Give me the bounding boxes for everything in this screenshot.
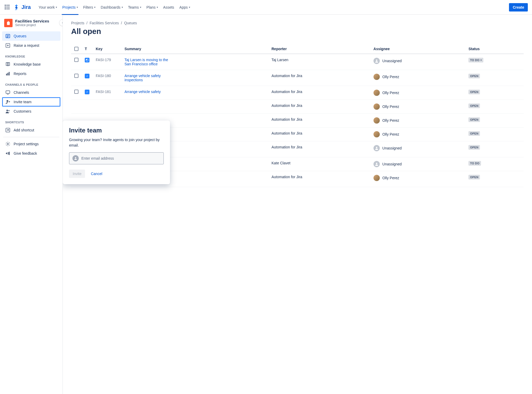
nav-teams[interactable]: Teams▾ [126, 0, 144, 15]
issue-summary[interactable]: Arrange vehicle safety inspections [124, 74, 172, 82]
section-shortcuts: SHORTCUTS [2, 116, 60, 125]
create-button[interactable]: Create [509, 3, 528, 11]
nav-your-work[interactable]: Your work▾ [36, 0, 60, 15]
nav-assets[interactable]: Assets [161, 0, 177, 15]
plus-box-icon [5, 43, 10, 48]
col-assignee[interactable]: Assignee [370, 44, 465, 54]
issue-summary[interactable]: Taj Larsen is moving to the San Francisc… [124, 58, 172, 66]
status-badge[interactable]: TO DO [468, 161, 481, 166]
col-summary[interactable]: Summary [121, 44, 268, 54]
issue-assignee[interactable]: Olly Perez [373, 117, 462, 124]
status-badge[interactable]: OPEN [468, 103, 480, 108]
sidebar-item-channels[interactable]: Channels [2, 88, 60, 97]
issue-type-icon [85, 90, 89, 94]
issue-assignee[interactable]: Olly Perez [373, 74, 462, 80]
breadcrumb-item[interactable]: Facilities Services [89, 21, 119, 25]
breadcrumb-item[interactable]: Projects [71, 21, 84, 25]
cancel-button[interactable]: Cancel [87, 170, 106, 178]
row-checkbox[interactable] [74, 90, 78, 94]
select-all-checkbox[interactable] [74, 47, 78, 51]
chevron-down-icon: ▾ [94, 6, 95, 9]
project-header[interactable]: Facilities Services Service project [2, 19, 60, 31]
sidebar-item-customers[interactable]: Customers [2, 107, 60, 116]
avatar [373, 161, 380, 167]
status-badge[interactable]: OPEN [468, 145, 480, 150]
issue-assignee[interactable]: Olly Perez [373, 131, 462, 137]
nav-projects[interactable]: Projects▾ [60, 0, 81, 15]
avatar [373, 131, 380, 137]
jira-logo[interactable]: Jira [14, 4, 31, 10]
issue-reporter: Automation for Jira [271, 145, 305, 149]
chevron-down-icon: ▾ [157, 6, 158, 9]
col-status[interactable]: Status [465, 44, 524, 54]
svg-rect-10 [6, 91, 10, 93]
sidebar-item-project-settings[interactable]: Project settings [2, 139, 60, 149]
email-input-wrapper[interactable] [69, 152, 164, 164]
issue-key[interactable]: FASI-179 [93, 54, 121, 70]
sidebar-item-label: Knowledge base [14, 62, 41, 66]
avatar [373, 175, 380, 181]
issue-type-icon [85, 58, 89, 62]
issue-key[interactable] [93, 100, 121, 114]
svg-point-12 [7, 100, 8, 102]
status-badge[interactable]: OPEN [468, 175, 480, 179]
nav-apps[interactable]: Apps▾ [177, 0, 193, 15]
issue-assignee[interactable]: Unassigned [373, 58, 462, 64]
table-row: FASI-180 Arrange vehicle safety inspecti… [71, 70, 524, 86]
sidebar-item-add-shortcut[interactable]: Add shortcut [2, 125, 60, 135]
status-badge[interactable]: OPEN [468, 90, 480, 94]
svg-point-18 [7, 143, 9, 145]
issue-assignee[interactable]: Unassigned [373, 161, 462, 167]
issue-assignee[interactable]: Olly Perez [373, 175, 462, 181]
status-badge[interactable]: OPEN [468, 131, 480, 136]
breadcrumb-item[interactable]: Queues [124, 21, 137, 25]
issue-reporter: Automation for Jira [271, 117, 305, 121]
col-key[interactable]: Key [93, 44, 121, 54]
chevron-down-icon: ▾ [480, 59, 482, 61]
main-content: Projects / Facilities Services / Queues … [63, 15, 532, 394]
email-input[interactable] [81, 156, 160, 160]
issue-summary[interactable]: Arrange vehicle safety [124, 90, 172, 94]
issue-assignee[interactable]: Olly Perez [373, 103, 462, 110]
sidebar-item-knowledge-base[interactable]: Knowledge base [2, 60, 60, 69]
status-badge[interactable]: OPEN [468, 117, 480, 122]
people-icon [5, 109, 10, 114]
svg-point-26 [75, 157, 76, 158]
issue-reporter: Automation for Jira [271, 74, 305, 78]
status-badge[interactable]: OPEN [468, 74, 480, 78]
table-row: FASI-181 Arrange vehicle safety Automati… [71, 86, 524, 100]
app-switcher-icon[interactable] [4, 4, 10, 10]
avatar [373, 74, 380, 80]
issue-key[interactable]: FASI-181 [93, 86, 121, 100]
sidebar-item-label: Queues [14, 34, 26, 38]
sidebar-item-invite-team[interactable]: Invite team [2, 97, 60, 107]
issue-assignee[interactable]: Unassigned [373, 145, 462, 151]
project-name: Facilities Services [15, 19, 49, 23]
issue-reporter: Taj Larsen [271, 58, 305, 62]
status-badge[interactable]: TO DO▾ [468, 58, 483, 62]
issue-key[interactable]: FASI-180 [93, 70, 121, 86]
col-type[interactable]: T [82, 44, 93, 54]
nav-dashboards[interactable]: Dashboards▾ [98, 0, 126, 15]
sidebar-item-label: Add shortcut [14, 128, 34, 132]
nav-plans[interactable]: Plans▾ [144, 0, 161, 15]
issue-reporter: Automation for Jira [271, 103, 305, 108]
nav-filters[interactable]: Filters▾ [81, 0, 98, 15]
sidebar-item-give-feedback[interactable]: Give feedback [2, 149, 60, 158]
svg-rect-20 [86, 59, 87, 60]
sidebar-item-label: Customers [14, 109, 31, 113]
row-checkbox[interactable] [74, 58, 78, 62]
row-checkbox[interactable] [74, 74, 78, 78]
queue-icon [5, 33, 10, 39]
sidebar-item-reports[interactable]: Reports [2, 69, 60, 78]
avatar [373, 103, 380, 110]
sidebar-item-raise-a-request[interactable]: Raise a request [2, 41, 60, 50]
svg-rect-9 [9, 72, 9, 75]
breadcrumb: Projects / Facilities Services / Queues [71, 21, 524, 25]
col-reporter[interactable]: Reporter [268, 44, 370, 54]
issue-assignee[interactable]: Olly Perez [373, 90, 462, 96]
shortcut-icon [5, 128, 10, 133]
sidebar-item-queues[interactable]: Queues [2, 31, 60, 41]
issue-reporter: Automation for Jira [271, 131, 305, 135]
invite-button[interactable]: Invite [69, 170, 85, 178]
